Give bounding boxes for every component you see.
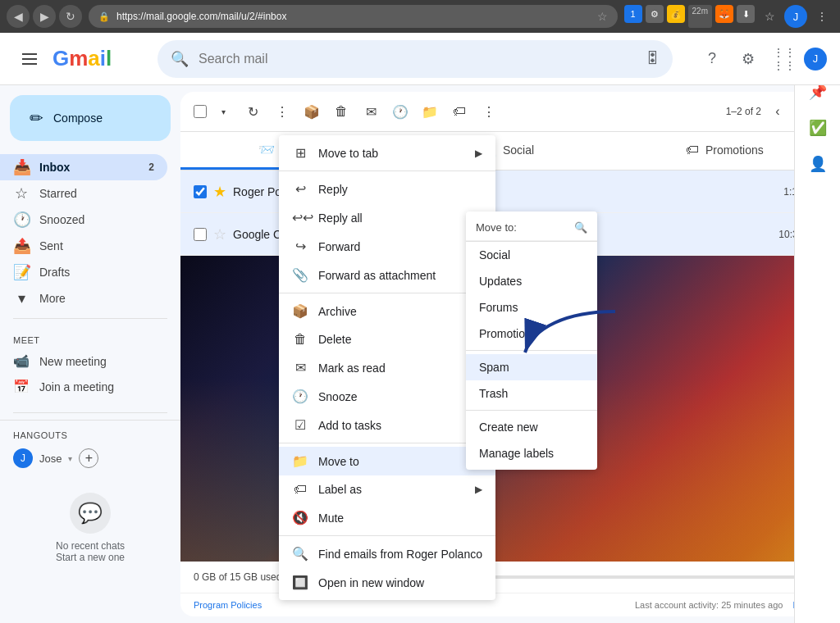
ext-download-icon[interactable]: ⬇: [737, 5, 755, 23]
pagination-text: 1–2 of 2: [726, 106, 761, 117]
hamburger-line-2: [22, 58, 37, 60]
context-menu-divider-3: [279, 443, 495, 443]
new-meeting-item[interactable]: 📹 New meeting: [0, 348, 167, 374]
search-filter-icon[interactable]: 🎛: [645, 50, 660, 67]
email-checkbox-1[interactable]: [194, 185, 207, 198]
join-meeting-item[interactable]: 📅 Join a meeting: [0, 374, 167, 399]
submenu-item-create-new[interactable]: Create new: [466, 414, 597, 440]
url-bar[interactable]: 🔒 https://mail.google.com/mail/u/2/#inbo…: [89, 5, 618, 28]
context-menu-open-new-window[interactable]: 🔲 Open in new window: [279, 568, 495, 597]
toolbar-refresh-button[interactable]: ↻: [240, 98, 266, 125]
delete-icon: 🗑: [292, 332, 308, 347]
bookmark-star-icon[interactable]: ☆: [597, 10, 608, 23]
toolbar-snooze-button[interactable]: 🕐: [387, 98, 413, 125]
ext-icon-1[interactable]: 1: [624, 5, 642, 23]
toolbar-dots-button[interactable]: ⋮: [476, 98, 502, 125]
sidebar-item-starred[interactable]: ☆ Starred: [0, 180, 167, 207]
context-menu-find-emails[interactable]: 🔍 Find emails from Roger Polanco: [279, 539, 495, 568]
delete-label: Delete: [318, 333, 351, 346]
toolbar-archive-button[interactable]: 📦: [299, 98, 325, 125]
search-bar[interactable]: 🔍 🎛: [158, 40, 673, 78]
refresh-button[interactable]: ↻: [59, 5, 82, 28]
browser-chrome: ◀ ▶ ↻ 🔒 https://mail.google.com/mail/u/2…: [0, 0, 840, 33]
star-icon-1[interactable]: ★: [213, 183, 226, 201]
archive-label: Archive: [318, 305, 357, 318]
help-button[interactable]: ?: [696, 43, 728, 75]
context-menu-move-to[interactable]: 📁 Move to ▶: [279, 447, 495, 475]
context-menu-mark-as-read[interactable]: ✉ Mark as read: [279, 353, 495, 382]
context-menu-label-as[interactable]: 🏷 Label as ▶: [279, 475, 495, 503]
hangouts-label: Hangouts: [0, 427, 180, 443]
context-menu-mute[interactable]: 🔇 Mute: [279, 503, 495, 532]
mark-as-read-label: Mark as read: [318, 362, 386, 375]
settings-button[interactable]: ⚙: [732, 43, 765, 75]
select-all-checkbox[interactable]: [194, 105, 207, 118]
hangouts-username: Jose: [39, 452, 62, 465]
submenu-item-spam[interactable]: Spam: [466, 354, 597, 380]
add-to-tasks-icon: ☑: [292, 417, 308, 433]
right-panel-contacts-icon[interactable]: 👤: [801, 148, 834, 180]
context-menu-move-to-tab[interactable]: ⊞ Move to tab ▶: [279, 139, 495, 167]
mark-as-read-icon: ✉: [292, 360, 308, 375]
program-policies-link[interactable]: Program Policies: [194, 600, 262, 610]
submenu-item-trash[interactable]: Trash: [466, 380, 597, 407]
more-label: More: [39, 292, 154, 305]
submenu-item-updates[interactable]: Updates: [466, 268, 597, 294]
promotions-tab-label: Promotions: [705, 143, 764, 157]
meet-section: Meet 📹 New meeting 📅 Join a meeting: [0, 325, 180, 406]
bookmark-icon[interactable]: ☆: [758, 5, 781, 28]
context-menu-reply-all[interactable]: ↩↩ Reply all: [279, 203, 495, 232]
ext-icon-2[interactable]: ⚙: [646, 5, 664, 23]
join-meeting-label: Join a meeting: [39, 380, 114, 393]
right-panel-tasks-icon[interactable]: ✅: [801, 111, 834, 144]
label-as-arrow-icon: ▶: [475, 484, 482, 495]
toolbar-delete-button[interactable]: 🗑: [328, 98, 354, 125]
toolbar-mark-button[interactable]: ✉: [358, 98, 384, 125]
context-menu-add-to-tasks[interactable]: ☑ Add to tasks: [279, 411, 495, 439]
profile-icon[interactable]: J: [784, 5, 807, 28]
context-menu-archive[interactable]: 📦 Archive: [279, 297, 495, 325]
browser-extension-bar: 1 ⚙ 💰 22m 🦊 ⬇ ☆ J ⋮: [624, 5, 833, 28]
sidebar-item-snoozed[interactable]: 🕐 Snoozed: [0, 207, 167, 233]
toolbar-more-button[interactable]: ⋮: [269, 98, 295, 125]
search-input[interactable]: [199, 52, 635, 66]
forward-button[interactable]: ▶: [33, 5, 56, 28]
context-menu-forward[interactable]: ↪ Forward: [279, 232, 495, 261]
sidebar-item-drafts[interactable]: 📝 Drafts: [0, 259, 167, 285]
toolbar-label-button[interactable]: 🏷: [446, 98, 472, 125]
move-to-tab-icon: ⊞: [292, 145, 308, 161]
submenu-item-manage-labels[interactable]: Manage labels: [466, 440, 597, 466]
sidebar-item-inbox[interactable]: 📥 Inbox 2: [0, 154, 167, 180]
pagination-prev-button[interactable]: ‹: [765, 98, 791, 125]
email-checkbox-2[interactable]: [194, 228, 207, 241]
ext-counter[interactable]: 22m: [688, 5, 712, 28]
star-icon-2[interactable]: ☆: [213, 225, 226, 243]
sidebar-item-sent[interactable]: 📤 Sent: [0, 233, 167, 259]
apps-button[interactable]: ⋮⋮⋮⋮: [768, 43, 801, 75]
submenu-item-promotions[interactable]: Promotions: [466, 321, 597, 347]
browser-menu-icon[interactable]: ⋮: [810, 5, 833, 28]
submenu-item-forums[interactable]: Forums: [466, 294, 597, 321]
context-menu-delete[interactable]: 🗑 Delete: [279, 325, 495, 353]
submenu-item-social[interactable]: Social: [466, 242, 597, 268]
context-menu-reply[interactable]: ↩ Reply: [279, 175, 495, 203]
new-meeting-label: New meeting: [39, 355, 107, 368]
right-panel-keep-icon[interactable]: 📌: [801, 85, 834, 108]
forward-attachment-label: Forward as attachment: [318, 269, 436, 282]
context-menu-snooze[interactable]: 🕐 Snooze: [279, 382, 495, 411]
starred-label: Starred: [39, 187, 154, 200]
hamburger-menu-button[interactable]: [13, 43, 46, 75]
toolbar-dropdown-button[interactable]: ▾: [210, 98, 236, 125]
user-avatar[interactable]: J: [804, 48, 827, 70]
back-button[interactable]: ◀: [7, 5, 30, 28]
toolbar-move-button[interactable]: 📁: [417, 98, 443, 125]
sidebar-item-more[interactable]: ▾ More: [0, 285, 167, 312]
hangouts-user[interactable]: J Jose ▾ +: [0, 443, 180, 473]
add-person-button[interactable]: +: [79, 448, 98, 468]
ext-firefox-icon[interactable]: 🦊: [715, 5, 733, 23]
ext-icon-3[interactable]: 💰: [667, 5, 685, 23]
mute-label: Mute: [318, 512, 344, 525]
compose-button[interactable]: ✏ Compose: [10, 95, 171, 141]
hamburger-line-3: [22, 63, 37, 65]
context-menu-forward-attachment[interactable]: 📎 Forward as attachment: [279, 261, 495, 289]
